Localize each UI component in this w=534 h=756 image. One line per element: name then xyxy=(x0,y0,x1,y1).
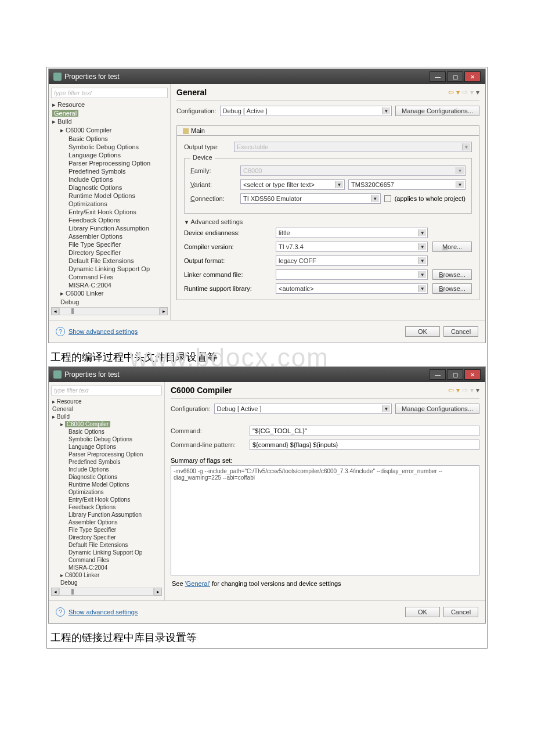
tree-item[interactable]: Parser Preprocessing Option xyxy=(52,451,164,458)
tree-item[interactable]: Dynamic Linking Support Op xyxy=(52,265,170,273)
show-advanced-link[interactable]: Show advanced settings xyxy=(68,609,138,615)
tree-item[interactable]: Entry/Exit Hook Options xyxy=(52,496,164,503)
tree-item[interactable]: General xyxy=(52,109,170,117)
manage-configurations-button[interactable]: Manage Configurations... xyxy=(395,404,479,414)
tree-item[interactable]: Dynamic Linking Support Op xyxy=(52,549,164,556)
scroll-right-button[interactable]: ▸ xyxy=(160,307,168,315)
tree-item[interactable]: Include Options xyxy=(52,175,170,183)
endianness-combo[interactable]: little▼ xyxy=(276,228,428,238)
filter-input[interactable]: type filter text xyxy=(51,386,162,395)
browse-linker-button[interactable]: Browse... xyxy=(432,269,472,280)
close-button[interactable]: ✕ xyxy=(464,369,481,380)
tree-item[interactable]: Optimizations xyxy=(52,200,170,208)
tree-item[interactable]: ▸ Resource xyxy=(52,100,170,109)
tree-item[interactable]: Predefined Symbols xyxy=(52,167,170,175)
compiler-version-combo[interactable]: TI v7.3.4▼ xyxy=(276,242,428,252)
tree-item[interactable]: ▸ Build xyxy=(52,413,164,420)
settings-tree[interactable]: ▸ ResourceGeneral▸ Build▸ C6000 Compiler… xyxy=(49,100,170,306)
tree-item[interactable]: Language Options xyxy=(52,443,164,451)
tree-item[interactable]: Basic Options xyxy=(52,428,164,435)
tree-item[interactable]: ▸ C6000 Linker xyxy=(52,571,164,579)
applies-checkbox[interactable] xyxy=(384,195,391,202)
help-icon[interactable]: ? xyxy=(56,327,65,336)
tree-item[interactable]: Default File Extensions xyxy=(52,257,170,265)
tree-item[interactable]: Symbolic Debug Options xyxy=(52,435,164,443)
menu-icon[interactable]: ▾ xyxy=(476,386,479,394)
tree-item[interactable]: Optimizations xyxy=(52,488,164,496)
maximize-button[interactable]: ▢ xyxy=(447,369,463,380)
manage-configurations-button[interactable]: Manage Configurations... xyxy=(395,106,479,116)
back-menu-icon[interactable]: ▾ xyxy=(456,386,460,394)
menu-icon[interactable]: ▾ xyxy=(476,88,479,96)
command-input[interactable]: "${CG_TOOL_CL}" xyxy=(250,426,479,436)
tree-item[interactable]: Library Function Assumption xyxy=(52,511,164,519)
help-icon[interactable]: ? xyxy=(56,607,65,617)
tree-item[interactable]: ▸ C6000 Linker xyxy=(52,289,170,298)
tree-item[interactable]: Directory Specifier xyxy=(52,249,170,257)
tree-item[interactable]: Assembler Options xyxy=(52,519,164,526)
tree-item[interactable]: ▸ C6000 Compiler xyxy=(52,420,164,428)
tree-item[interactable]: Feedback Options xyxy=(52,216,170,224)
show-advanced-link[interactable]: Show advanced settings xyxy=(68,328,138,335)
tree-item[interactable]: Default File Extensions xyxy=(52,541,164,549)
forward-icon[interactable]: ⇨ xyxy=(462,386,468,394)
tree-item[interactable]: General xyxy=(52,405,164,413)
advanced-settings-toggle[interactable]: Advanced settings xyxy=(184,218,472,225)
settings-tree[interactable]: ▸ ResourceGeneral▸ Build▸ C6000 Compiler… xyxy=(49,398,164,586)
runtime-lib-combo[interactable]: <automatic>▼ xyxy=(276,283,428,294)
back-icon[interactable]: ⇦ xyxy=(448,88,454,96)
tree-item[interactable]: Language Options xyxy=(52,151,170,159)
scroll-left-button[interactable]: ◂ xyxy=(51,307,59,315)
tree-item[interactable]: ▸ Resource xyxy=(52,398,164,405)
output-format-combo[interactable]: legacy COFF▼ xyxy=(276,255,428,266)
tree-item[interactable]: Predefined Symbols xyxy=(52,458,164,466)
scroll-right-button[interactable]: ▸ xyxy=(154,588,162,596)
tree-item[interactable]: Feedback Options xyxy=(52,503,164,511)
tree-item[interactable]: Diagnostic Options xyxy=(52,183,170,192)
forward-menu-icon[interactable]: ▾ xyxy=(470,88,474,96)
cancel-button[interactable]: Cancel xyxy=(443,326,478,337)
forward-icon[interactable]: ⇨ xyxy=(462,88,468,96)
tree-item[interactable]: Parser Preprocessing Option xyxy=(52,159,170,167)
general-link[interactable]: 'General' xyxy=(185,580,210,587)
tree-item[interactable]: Debug xyxy=(52,579,164,586)
tree-item[interactable]: ▸ C6000 Compiler xyxy=(52,126,170,135)
more-button[interactable]: More... xyxy=(432,242,472,252)
summary-textarea[interactable]: -mv6600 -g --include_path="C:/TIv5/ccsv5… xyxy=(171,465,479,575)
connection-combo[interactable]: TI XDS560 Emulator▼ xyxy=(240,193,381,204)
configuration-combo[interactable]: Debug [ Active ]▼ xyxy=(214,404,392,414)
back-icon[interactable]: ⇦ xyxy=(448,386,454,394)
h-scrollbar[interactable] xyxy=(59,307,160,315)
variant-combo[interactable]: TMS320C6657▼ xyxy=(348,179,466,190)
forward-menu-icon[interactable]: ▾ xyxy=(470,386,474,394)
tree-item[interactable]: Library Function Assumption xyxy=(52,224,170,232)
tree-item[interactable]: Assembler Options xyxy=(52,232,170,240)
scroll-left-button[interactable]: ◂ xyxy=(51,588,59,596)
tree-item[interactable]: Debug xyxy=(52,298,170,306)
tree-item[interactable]: Include Options xyxy=(52,466,164,473)
ok-button[interactable]: OK xyxy=(405,607,440,617)
filter-input[interactable]: type filter text xyxy=(51,88,168,98)
tree-item[interactable]: Basic Options xyxy=(52,135,170,143)
linker-command-combo[interactable]: ▼ xyxy=(276,269,428,280)
close-button[interactable]: ✕ xyxy=(464,71,481,82)
tree-item[interactable]: Symbolic Debug Options xyxy=(52,143,170,151)
tab-main[interactable]: Main xyxy=(176,125,479,136)
tree-item[interactable]: MISRA-C:2004 xyxy=(52,564,164,571)
cmdline-pattern-input[interactable]: ${command} ${flags} ${inputs} xyxy=(250,440,479,450)
tree-item[interactable]: Runtime Model Options xyxy=(52,192,170,200)
configuration-combo[interactable]: Debug [ Active ]▼ xyxy=(220,106,392,116)
tree-item[interactable]: ▸ Build xyxy=(52,117,170,126)
tree-item[interactable]: Entry/Exit Hook Options xyxy=(52,208,170,216)
tree-item[interactable]: Command Files xyxy=(52,273,170,281)
tree-item[interactable]: Command Files xyxy=(52,556,164,564)
tree-item[interactable]: Diagnostic Options xyxy=(52,473,164,481)
variant-filter-combo[interactable]: <select or type filter text>▼ xyxy=(240,179,345,190)
tree-item[interactable]: File Type Specifier xyxy=(52,526,164,534)
h-scrollbar[interactable] xyxy=(59,588,154,596)
minimize-button[interactable]: — xyxy=(430,71,446,82)
cancel-button[interactable]: Cancel xyxy=(443,607,478,617)
tree-item[interactable]: File Type Specifier xyxy=(52,240,170,249)
tree-item[interactable]: MISRA-C:2004 xyxy=(52,281,170,289)
maximize-button[interactable]: ▢ xyxy=(447,71,463,82)
